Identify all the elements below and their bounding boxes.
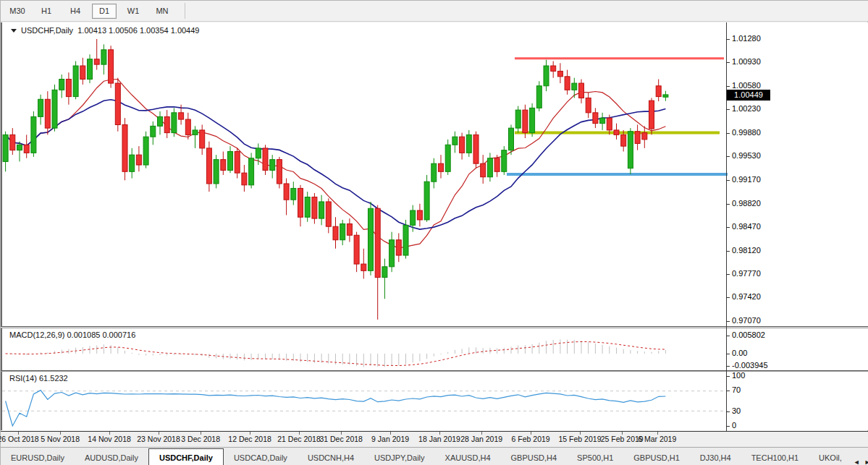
main-chart-panel[interactable]: USDCHF,Daily 1.00413 1.00506 1.00354 1.0… bbox=[1, 22, 868, 326]
date-label: 5 Nov 2018 bbox=[41, 435, 80, 443]
terminal-window: M30H1H4D1W1MN USDCHF,Daily 1.00413 1.005… bbox=[0, 0, 868, 465]
date-label: 28 Jan 2019 bbox=[460, 435, 502, 443]
rsi-axis-label-tick bbox=[726, 376, 730, 377]
macd-axis-label-tick bbox=[726, 336, 730, 336]
timeframe-button-h4[interactable]: H4 bbox=[63, 4, 88, 19]
price-axis-label[interactable]: 1.00930 bbox=[732, 57, 761, 66]
date-label: 15 Feb 2019 bbox=[559, 435, 602, 443]
price-axis-label-tick bbox=[726, 251, 730, 252]
date-label: 12 Dec 2018 bbox=[228, 435, 271, 443]
tab-scroll-left-icon[interactable]: ◄ bbox=[854, 458, 860, 465]
tab-gbpusd-h4[interactable]: GBPUSD,H4 bbox=[501, 450, 568, 465]
date-label: 3 Dec 2018 bbox=[181, 435, 220, 443]
date-label: 21 Dec 2018 bbox=[277, 435, 321, 443]
chart-title: USDCHF,Daily 1.00413 1.00506 1.00354 1.0… bbox=[11, 26, 199, 35]
tab-dj30-h4[interactable]: DJ30,H4 bbox=[690, 450, 741, 465]
chart-dropdown-icon[interactable] bbox=[11, 29, 17, 33]
date-label: 23 Nov 2018 bbox=[137, 435, 180, 443]
macd-axis-label[interactable]: -0.003945 bbox=[732, 361, 768, 370]
symbol-tab-bar: EURUSD,DailyAUDUSD,DailyUSDCHF,DailyUSDC… bbox=[1, 447, 868, 465]
tab-usdjpy-daily[interactable]: USDJPY,Daily bbox=[364, 450, 435, 465]
tab-ukoil-[interactable]: UKOil, bbox=[809, 450, 852, 465]
date-axis[interactable]: 26 Oct 20185 Nov 201814 Nov 201823 Nov 2… bbox=[1, 431, 868, 447]
tab-xauusd-h4[interactable]: XAUUSD,H4 bbox=[435, 450, 501, 465]
price-axis-label[interactable]: 0.99530 bbox=[732, 151, 761, 160]
date-label: 6 Mar 2019 bbox=[638, 435, 676, 443]
macd-axis-label[interactable]: 0.005802 bbox=[732, 330, 765, 339]
timeframe-button-h1[interactable]: H1 bbox=[34, 4, 59, 19]
rsi-label: RSI(14) 61.5232 bbox=[9, 374, 68, 383]
macd-axis-label-tick bbox=[726, 366, 730, 367]
date-label: 14 Nov 2018 bbox=[88, 435, 131, 443]
price-axis-label[interactable]: 1.00580 bbox=[732, 81, 761, 90]
price-axis-label[interactable]: 0.98470 bbox=[732, 222, 761, 231]
price-axis-label-tick bbox=[726, 156, 730, 157]
macd-axis-label-tick bbox=[726, 354, 730, 354]
price-axis-label-tick bbox=[726, 86, 730, 87]
timeframe-button-w1[interactable]: W1 bbox=[121, 4, 146, 19]
price-axis-label[interactable]: 0.99170 bbox=[732, 175, 761, 184]
rsi-axis-label[interactable]: 70 bbox=[732, 385, 741, 394]
rsi-plot bbox=[2, 372, 728, 430]
rsi-axis-label-tick bbox=[726, 426, 730, 427]
timeframe-button-m30[interactable]: M30 bbox=[5, 4, 30, 19]
price-axis-label-tick bbox=[726, 321, 730, 322]
price-axis-label[interactable]: 1.00230 bbox=[732, 104, 761, 113]
tab-audusd-daily[interactable]: AUDUSD,Daily bbox=[75, 450, 148, 465]
price-axis-label-tick bbox=[726, 274, 730, 275]
date-label: 6 Feb 2019 bbox=[512, 435, 550, 443]
price-axis-label-tick bbox=[726, 39, 730, 40]
macd-label: MACD(12,26,9) 0.001085 0.000716 bbox=[9, 330, 135, 339]
rsi-axis-label[interactable]: 0 bbox=[732, 421, 736, 430]
price-axis-label[interactable]: 0.97420 bbox=[732, 292, 761, 301]
rsi-axis-label[interactable]: 30 bbox=[732, 406, 741, 415]
price-axis-label-tick bbox=[726, 62, 730, 63]
price-axis-label[interactable]: 0.98820 bbox=[732, 199, 761, 208]
tab-scroll-controls: ◄► bbox=[854, 458, 868, 465]
rsi-line bbox=[6, 391, 666, 426]
price-axis-label-tick bbox=[726, 133, 730, 134]
rsi-axis-label-tick bbox=[726, 391, 730, 391]
date-label: 31 Dec 2018 bbox=[319, 435, 363, 443]
tab-gbpusd-h1[interactable]: GBPUSD,H1 bbox=[623, 450, 690, 465]
macd-axis-label[interactable]: 0.00 bbox=[732, 349, 747, 357]
date-label: 9 Jan 2019 bbox=[371, 435, 409, 443]
tab-usdchf-daily[interactable]: USDCHF,Daily bbox=[148, 448, 224, 465]
price-axis-label-tick bbox=[726, 204, 730, 205]
price-axis-label-tick bbox=[726, 227, 730, 228]
chart-symbol-label: USDCHF,Daily bbox=[21, 26, 73, 35]
price-axis-label[interactable]: 0.97070 bbox=[732, 316, 761, 325]
rsi-panel: RSI(14) 61.5232 bbox=[1, 372, 868, 430]
timeframe-button-mn[interactable]: MN bbox=[150, 4, 174, 19]
tab-usdcnh-h4[interactable]: USDCNH,H4 bbox=[298, 450, 364, 465]
price-axis-label-tick bbox=[726, 109, 730, 110]
tab-sp500-h1[interactable]: SP500,H1 bbox=[567, 450, 623, 465]
toolbar-separator bbox=[185, 3, 185, 19]
price-axis-label-tick bbox=[726, 180, 730, 181]
tab-tech100-h1[interactable]: TECH100,H1 bbox=[741, 450, 809, 465]
chart-ohlc-values: 1.00413 1.00506 1.00354 1.00449 bbox=[77, 26, 199, 35]
price-axis-label[interactable]: 0.99880 bbox=[732, 128, 761, 137]
price-axis-label-tick bbox=[726, 297, 730, 298]
rsi-axis-label[interactable]: 100 bbox=[732, 371, 745, 380]
tab-eurusd-daily[interactable]: EURUSD,Daily bbox=[1, 450, 75, 465]
timeframe-button-d1[interactable]: D1 bbox=[92, 4, 117, 19]
tab-scroll-right-icon[interactable]: ► bbox=[864, 458, 868, 465]
candlestick-plot[interactable] bbox=[2, 22, 728, 326]
date-label: 26 Oct 2018 bbox=[0, 435, 39, 443]
price-axis-label[interactable]: 0.98120 bbox=[732, 246, 761, 255]
rsi-axis-label-tick bbox=[726, 411, 730, 412]
price-axis-label[interactable]: 1.01280 bbox=[732, 34, 761, 43]
timeframe-toolbar: M30H1H4D1W1MN bbox=[1, 1, 868, 22]
price-axis-label[interactable]: 0.97770 bbox=[732, 269, 761, 278]
tab-usdcad-daily[interactable]: USDCAD,Daily bbox=[224, 450, 298, 465]
date-label: 18 Jan 2019 bbox=[418, 435, 460, 443]
slow-sma-line bbox=[6, 100, 666, 229]
current-price-badge: 1.00449 bbox=[727, 90, 770, 101]
date-label: 25 Feb 2019 bbox=[601, 435, 644, 443]
